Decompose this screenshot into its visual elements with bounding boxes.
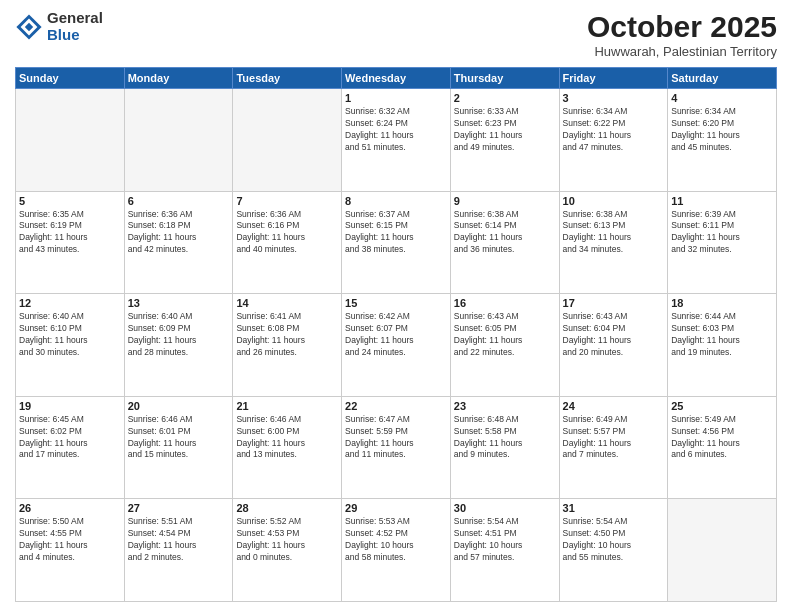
weekday-header-sunday: Sunday xyxy=(16,68,125,89)
day-number: 18 xyxy=(671,297,773,309)
day-number: 29 xyxy=(345,502,447,514)
weekday-header-thursday: Thursday xyxy=(450,68,559,89)
day-info: Sunrise: 6:33 AM Sunset: 6:23 PM Dayligh… xyxy=(454,106,556,154)
day-info: Sunrise: 6:44 AM Sunset: 6:03 PM Dayligh… xyxy=(671,311,773,359)
calendar-cell: 2Sunrise: 6:33 AM Sunset: 6:23 PM Daylig… xyxy=(450,89,559,192)
day-number: 14 xyxy=(236,297,338,309)
day-number: 20 xyxy=(128,400,230,412)
day-number: 15 xyxy=(345,297,447,309)
day-number: 19 xyxy=(19,400,121,412)
calendar-cell: 21Sunrise: 6:46 AM Sunset: 6:00 PM Dayli… xyxy=(233,396,342,499)
day-number: 8 xyxy=(345,195,447,207)
day-info: Sunrise: 6:41 AM Sunset: 6:08 PM Dayligh… xyxy=(236,311,338,359)
calendar-cell: 14Sunrise: 6:41 AM Sunset: 6:08 PM Dayli… xyxy=(233,294,342,397)
day-info: Sunrise: 6:43 AM Sunset: 6:05 PM Dayligh… xyxy=(454,311,556,359)
calendar-cell: 1Sunrise: 6:32 AM Sunset: 6:24 PM Daylig… xyxy=(342,89,451,192)
calendar-cell: 26Sunrise: 5:50 AM Sunset: 4:55 PM Dayli… xyxy=(16,499,125,602)
day-info: Sunrise: 6:35 AM Sunset: 6:19 PM Dayligh… xyxy=(19,209,121,257)
weekday-header-wednesday: Wednesday xyxy=(342,68,451,89)
calendar: SundayMondayTuesdayWednesdayThursdayFrid… xyxy=(15,67,777,602)
location: Huwwarah, Palestinian Territory xyxy=(587,44,777,59)
calendar-cell: 18Sunrise: 6:44 AM Sunset: 6:03 PM Dayli… xyxy=(668,294,777,397)
day-info: Sunrise: 5:54 AM Sunset: 4:51 PM Dayligh… xyxy=(454,516,556,564)
calendar-cell: 8Sunrise: 6:37 AM Sunset: 6:15 PM Daylig… xyxy=(342,191,451,294)
day-number: 27 xyxy=(128,502,230,514)
calendar-cell: 22Sunrise: 6:47 AM Sunset: 5:59 PM Dayli… xyxy=(342,396,451,499)
day-info: Sunrise: 6:46 AM Sunset: 6:01 PM Dayligh… xyxy=(128,414,230,462)
week-row-3: 12Sunrise: 6:40 AM Sunset: 6:10 PM Dayli… xyxy=(16,294,777,397)
calendar-cell: 9Sunrise: 6:38 AM Sunset: 6:14 PM Daylig… xyxy=(450,191,559,294)
weekday-header-saturday: Saturday xyxy=(668,68,777,89)
calendar-cell: 17Sunrise: 6:43 AM Sunset: 6:04 PM Dayli… xyxy=(559,294,668,397)
calendar-cell: 10Sunrise: 6:38 AM Sunset: 6:13 PM Dayli… xyxy=(559,191,668,294)
header: General Blue October 2025 Huwwarah, Pale… xyxy=(15,10,777,59)
day-number: 9 xyxy=(454,195,556,207)
day-info: Sunrise: 6:38 AM Sunset: 6:13 PM Dayligh… xyxy=(563,209,665,257)
day-number: 1 xyxy=(345,92,447,104)
calendar-cell: 11Sunrise: 6:39 AM Sunset: 6:11 PM Dayli… xyxy=(668,191,777,294)
day-number: 2 xyxy=(454,92,556,104)
day-number: 21 xyxy=(236,400,338,412)
day-number: 6 xyxy=(128,195,230,207)
week-row-5: 26Sunrise: 5:50 AM Sunset: 4:55 PM Dayli… xyxy=(16,499,777,602)
title-block: October 2025 Huwwarah, Palestinian Terri… xyxy=(587,10,777,59)
day-info: Sunrise: 5:54 AM Sunset: 4:50 PM Dayligh… xyxy=(563,516,665,564)
day-info: Sunrise: 6:46 AM Sunset: 6:00 PM Dayligh… xyxy=(236,414,338,462)
day-number: 17 xyxy=(563,297,665,309)
day-number: 12 xyxy=(19,297,121,309)
calendar-cell: 12Sunrise: 6:40 AM Sunset: 6:10 PM Dayli… xyxy=(16,294,125,397)
weekday-header-monday: Monday xyxy=(124,68,233,89)
day-info: Sunrise: 6:47 AM Sunset: 5:59 PM Dayligh… xyxy=(345,414,447,462)
calendar-cell: 29Sunrise: 5:53 AM Sunset: 4:52 PM Dayli… xyxy=(342,499,451,602)
day-info: Sunrise: 5:53 AM Sunset: 4:52 PM Dayligh… xyxy=(345,516,447,564)
logo-general-label: General xyxy=(47,10,103,27)
day-info: Sunrise: 6:43 AM Sunset: 6:04 PM Dayligh… xyxy=(563,311,665,359)
day-number: 10 xyxy=(563,195,665,207)
calendar-cell: 23Sunrise: 6:48 AM Sunset: 5:58 PM Dayli… xyxy=(450,396,559,499)
day-number: 11 xyxy=(671,195,773,207)
calendar-cell xyxy=(668,499,777,602)
day-info: Sunrise: 6:49 AM Sunset: 5:57 PM Dayligh… xyxy=(563,414,665,462)
day-number: 4 xyxy=(671,92,773,104)
week-row-2: 5Sunrise: 6:35 AM Sunset: 6:19 PM Daylig… xyxy=(16,191,777,294)
day-number: 31 xyxy=(563,502,665,514)
calendar-cell: 16Sunrise: 6:43 AM Sunset: 6:05 PM Dayli… xyxy=(450,294,559,397)
week-row-4: 19Sunrise: 6:45 AM Sunset: 6:02 PM Dayli… xyxy=(16,396,777,499)
calendar-cell: 5Sunrise: 6:35 AM Sunset: 6:19 PM Daylig… xyxy=(16,191,125,294)
calendar-cell xyxy=(233,89,342,192)
calendar-cell: 15Sunrise: 6:42 AM Sunset: 6:07 PM Dayli… xyxy=(342,294,451,397)
calendar-cell xyxy=(16,89,125,192)
logo-blue-label: Blue xyxy=(47,27,103,44)
day-number: 5 xyxy=(19,195,121,207)
calendar-cell: 31Sunrise: 5:54 AM Sunset: 4:50 PM Dayli… xyxy=(559,499,668,602)
day-number: 24 xyxy=(563,400,665,412)
day-info: Sunrise: 6:42 AM Sunset: 6:07 PM Dayligh… xyxy=(345,311,447,359)
weekday-header-friday: Friday xyxy=(559,68,668,89)
calendar-cell: 6Sunrise: 6:36 AM Sunset: 6:18 PM Daylig… xyxy=(124,191,233,294)
day-number: 16 xyxy=(454,297,556,309)
calendar-cell: 30Sunrise: 5:54 AM Sunset: 4:51 PM Dayli… xyxy=(450,499,559,602)
calendar-cell xyxy=(124,89,233,192)
day-info: Sunrise: 6:48 AM Sunset: 5:58 PM Dayligh… xyxy=(454,414,556,462)
day-number: 13 xyxy=(128,297,230,309)
day-info: Sunrise: 6:32 AM Sunset: 6:24 PM Dayligh… xyxy=(345,106,447,154)
day-info: Sunrise: 5:49 AM Sunset: 4:56 PM Dayligh… xyxy=(671,414,773,462)
day-info: Sunrise: 6:36 AM Sunset: 6:18 PM Dayligh… xyxy=(128,209,230,257)
day-info: Sunrise: 6:40 AM Sunset: 6:10 PM Dayligh… xyxy=(19,311,121,359)
month-title: October 2025 xyxy=(587,10,777,44)
day-info: Sunrise: 6:38 AM Sunset: 6:14 PM Dayligh… xyxy=(454,209,556,257)
page: General Blue October 2025 Huwwarah, Pale… xyxy=(0,0,792,612)
day-number: 25 xyxy=(671,400,773,412)
day-number: 30 xyxy=(454,502,556,514)
calendar-cell: 7Sunrise: 6:36 AM Sunset: 6:16 PM Daylig… xyxy=(233,191,342,294)
calendar-cell: 27Sunrise: 5:51 AM Sunset: 4:54 PM Dayli… xyxy=(124,499,233,602)
day-number: 23 xyxy=(454,400,556,412)
day-info: Sunrise: 6:45 AM Sunset: 6:02 PM Dayligh… xyxy=(19,414,121,462)
logo: General Blue xyxy=(15,10,103,43)
calendar-cell: 13Sunrise: 6:40 AM Sunset: 6:09 PM Dayli… xyxy=(124,294,233,397)
day-number: 22 xyxy=(345,400,447,412)
calendar-cell: 24Sunrise: 6:49 AM Sunset: 5:57 PM Dayli… xyxy=(559,396,668,499)
calendar-cell: 4Sunrise: 6:34 AM Sunset: 6:20 PM Daylig… xyxy=(668,89,777,192)
day-number: 26 xyxy=(19,502,121,514)
calendar-cell: 3Sunrise: 6:34 AM Sunset: 6:22 PM Daylig… xyxy=(559,89,668,192)
